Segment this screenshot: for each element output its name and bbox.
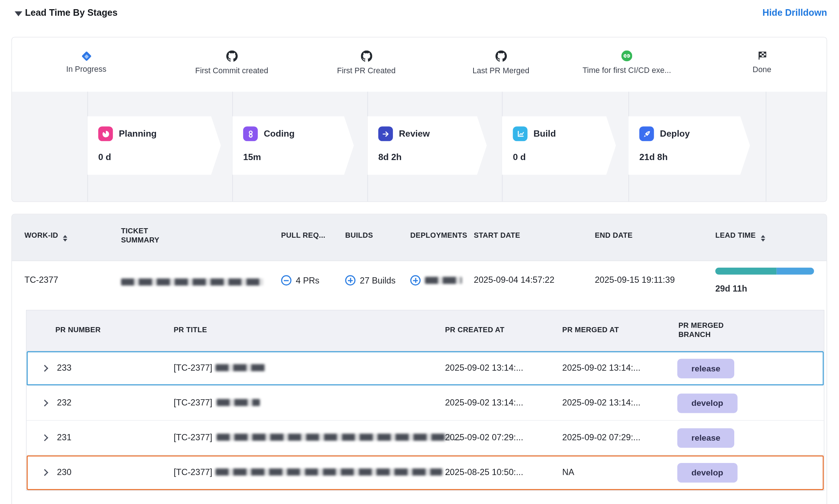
section-title: Lead Time By Stages bbox=[25, 8, 118, 19]
deployments-toggle[interactable] bbox=[410, 275, 462, 285]
stage-duration: 8d 2h bbox=[378, 152, 402, 162]
milestone-label: Time for first CI/CD exe... bbox=[562, 66, 692, 74]
page-header: Lead Time By Stages Hide Drilldown bbox=[11, 4, 827, 24]
hide-drilldown-link[interactable]: Hide Drilldown bbox=[762, 8, 827, 19]
work-row: TC-2377 4 PRs 27 Builds 2025-09-04 14:57… bbox=[12, 261, 827, 310]
end-date: 2025-09-15 19:11:39 bbox=[595, 275, 675, 285]
pr-created-at: 2025-09-02 13:14:... bbox=[445, 398, 523, 408]
col-lead-time: LEAD TIME bbox=[715, 231, 765, 241]
pr-title: [TC-2377]... bbox=[174, 433, 460, 442]
pr-created-at: 2025-09-02 07:29:... bbox=[445, 433, 523, 442]
pr-created-at: 2025-09-02 13:14:... bbox=[445, 363, 523, 373]
milestone-in-progress: In Progress bbox=[21, 37, 152, 73]
pr-number: 230 bbox=[57, 467, 72, 477]
stage-duration: 21d 8h bbox=[639, 152, 668, 162]
col-pull-requests: PULL REQ... bbox=[281, 231, 326, 239]
builds-toggle[interactable]: 27 Builds bbox=[345, 275, 396, 285]
stage-name: Review bbox=[399, 129, 430, 139]
work-id: TC-2377 bbox=[25, 275, 58, 285]
stage-name: Planning bbox=[119, 129, 157, 139]
start-date: 2025-09-04 14:57:22 bbox=[474, 275, 554, 285]
status-in-progress-icon bbox=[83, 51, 90, 63]
pr-table: PR NUMBER PR TITLE PR CREATED AT PR MERG… bbox=[26, 310, 824, 490]
stage-name: Build bbox=[534, 129, 556, 139]
expand-chevron-icon[interactable] bbox=[41, 469, 48, 476]
milestone-first-pr: First PR Created bbox=[301, 37, 431, 75]
sort-work-id-icon[interactable] bbox=[63, 235, 67, 242]
milestone-label: First Commit created bbox=[167, 66, 297, 75]
stage-duration: 0 d bbox=[513, 152, 526, 162]
col-pr-created-at: PR CREATED AT bbox=[445, 326, 504, 334]
ticket-summary-redacted bbox=[121, 277, 263, 287]
build-icon bbox=[513, 126, 527, 141]
pr-title: [TC-2377] bbox=[174, 398, 263, 408]
stage-divider bbox=[766, 92, 766, 202]
stage-track: Planning 0 d Coding 15m Review 8d 2h bbox=[12, 92, 827, 202]
stage-deploy: Deploy 21d 8h bbox=[628, 116, 750, 175]
branch-badge: release bbox=[677, 359, 734, 378]
col-work-id: WORK-ID bbox=[25, 231, 67, 241]
work-table-header: WORK-ID TICKET SUMMARY PULL REQ... BUILD… bbox=[12, 214, 827, 261]
expand-chevron-icon[interactable] bbox=[41, 400, 48, 407]
collapse-circle-icon[interactable] bbox=[281, 275, 292, 285]
pr-number: 232 bbox=[57, 398, 72, 408]
pr-merged-at: 2025-09-02 07:29:... bbox=[562, 433, 641, 442]
stage-review: Review 8d 2h bbox=[367, 116, 487, 175]
pr-merged-at: 2025-09-02 13:14:... bbox=[562, 398, 641, 408]
milestone-label: In Progress bbox=[21, 64, 152, 73]
pull-requests-toggle[interactable]: 4 PRs bbox=[281, 275, 320, 285]
milestone-done: Done bbox=[699, 37, 824, 74]
col-start-date: START DATE bbox=[474, 231, 520, 239]
lead-time-bar bbox=[715, 268, 814, 275]
col-ticket-summary: TICKET SUMMARY bbox=[121, 226, 181, 245]
branch-badge: develop bbox=[677, 393, 737, 413]
pr-table-header: PR NUMBER PR TITLE PR CREATED AT PR MERG… bbox=[27, 311, 824, 351]
col-pr-number: PR NUMBER bbox=[55, 326, 101, 334]
branch-badge: release bbox=[677, 428, 734, 448]
pr-title: [TC-2377]... bbox=[174, 467, 453, 477]
expand-chevron-icon[interactable] bbox=[41, 365, 48, 372]
lead-time-drilldown-page: Lead Time By Stages Hide Drilldown In Pr… bbox=[0, 0, 839, 504]
collapse-caret-icon[interactable] bbox=[15, 11, 22, 16]
deploy-rocket-icon bbox=[639, 126, 654, 141]
col-pr-merged-branch: PR MERGED BRANCH bbox=[678, 321, 738, 339]
github-icon bbox=[226, 51, 237, 63]
pr-row-231: 231 [TC-2377]... 2025-09-02 07:29:... 20… bbox=[27, 420, 824, 455]
milestone-label: First PR Created bbox=[301, 66, 431, 75]
stage-name: Deploy bbox=[660, 129, 690, 139]
finish-flag-icon bbox=[757, 51, 767, 63]
milestone-row: In Progress First Commit created First P… bbox=[12, 37, 827, 92]
milestone-first-commit: First Commit created bbox=[167, 37, 297, 75]
pr-merged-at: NA bbox=[562, 467, 574, 477]
sort-lead-time-icon[interactable] bbox=[761, 235, 765, 242]
col-pr-title: PR TITLE bbox=[174, 326, 207, 334]
lead-time-stages-card: In Progress First Commit created First P… bbox=[11, 37, 827, 202]
stage-name: Coding bbox=[264, 129, 294, 139]
github-icon bbox=[495, 51, 506, 63]
milestone-cicd: Time for first CI/CD exe... bbox=[562, 37, 692, 74]
planning-icon bbox=[98, 126, 113, 141]
lead-time-value: 29d 11h bbox=[715, 284, 747, 294]
milestone-label: Last PR Merged bbox=[436, 66, 566, 75]
branch-badge: develop bbox=[677, 463, 737, 482]
cicd-icon bbox=[621, 51, 632, 63]
expand-circle-icon[interactable] bbox=[345, 275, 355, 285]
pr-number: 233 bbox=[57, 363, 72, 373]
coding-icon bbox=[243, 126, 258, 141]
milestone-label: Done bbox=[699, 65, 824, 74]
col-builds: BUILDS bbox=[345, 231, 373, 239]
pr-merged-at: 2025-09-02 13:14:... bbox=[562, 363, 641, 373]
expand-chevron-icon[interactable] bbox=[41, 434, 48, 441]
review-icon bbox=[378, 126, 393, 141]
pr-created-at: 2025-08-25 10:50:... bbox=[445, 467, 523, 477]
stage-duration: 0 d bbox=[98, 152, 111, 162]
github-icon bbox=[361, 51, 372, 63]
pr-row-230: 230 [TC-2377]... 2025-08-25 10:50:... NA… bbox=[27, 455, 824, 490]
stage-duration: 15m bbox=[243, 152, 261, 162]
col-end-date: END DATE bbox=[595, 231, 632, 239]
stage-build: Build 0 d bbox=[502, 116, 616, 175]
col-deployments: DEPLOYMENTS bbox=[410, 231, 467, 239]
expand-circle-icon[interactable] bbox=[410, 275, 420, 285]
col-pr-merged-at: PR MERGED AT bbox=[562, 326, 619, 334]
stage-coding: Coding 15m bbox=[232, 116, 354, 175]
